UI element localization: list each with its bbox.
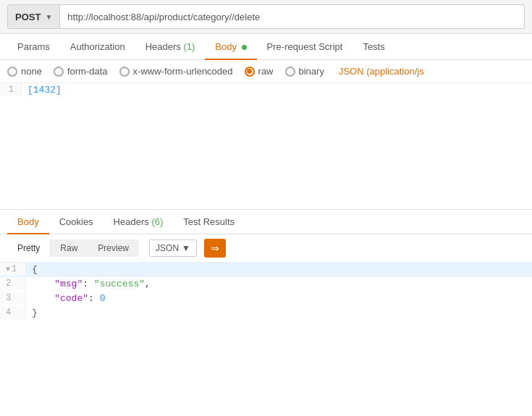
radio-raw[interactable]: raw (245, 66, 274, 77)
tab-params[interactable]: Params (7, 34, 60, 59)
tab-prerequest[interactable]: Pre-request Script (257, 34, 353, 59)
radio-urlencoded[interactable]: x-www-form-urlencoded (119, 66, 233, 77)
radio-binary-circle (285, 67, 295, 77)
radio-formdata[interactable]: form-data (54, 66, 108, 77)
json-select-label: JSON (156, 243, 179, 253)
json-select-chevron-icon: ▼ (182, 243, 190, 253)
wrap-icon: ⇒ (211, 242, 219, 254)
request-tabs-row: Params Authorization Headers (1) Body Pr… (0, 34, 532, 60)
resp-line-4: 4 } (0, 306, 532, 321)
format-pretty[interactable]: Pretty (7, 239, 50, 257)
tab-authorization[interactable]: Authorization (60, 34, 135, 59)
url-bar: POST ▼ (0, 0, 532, 34)
tab-tests[interactable]: Tests (352, 34, 394, 59)
format-raw[interactable]: Raw (50, 239, 88, 257)
format-preview[interactable]: Preview (88, 239, 139, 257)
resp-tab-body[interactable]: Body (7, 210, 49, 234)
radio-none-circle (7, 67, 17, 77)
resp-line-num-4: 4 (0, 306, 26, 319)
response-code-area[interactable]: ▼ 1 { 2 "msg": "success", 3 "code": 0 4 … (0, 263, 532, 321)
resp-line-num-3: 3 (0, 292, 26, 305)
radio-formdata-circle (54, 67, 64, 77)
request-line-1: 1 [1432] (0, 83, 532, 98)
method-chevron-icon: ▼ (45, 13, 52, 21)
resp-line-2: 2 "msg": "success", (0, 277, 532, 292)
response-toolbar: Pretty Raw Preview JSON ▼ ⇒ (0, 234, 532, 263)
radio-urlencoded-circle (119, 67, 130, 77)
resp-tab-headers[interactable]: Headers (6) (104, 210, 174, 234)
request-code-editor[interactable]: 1 [1432] (0, 83, 532, 210)
json-type-label: JSON (application/js (339, 66, 424, 77)
wrap-button[interactable]: ⇒ (204, 239, 226, 258)
resp-line-1: ▼ 1 { (0, 263, 532, 277)
url-input[interactable] (60, 4, 525, 29)
resp-headers-badge: (6) (151, 216, 163, 227)
radio-binary[interactable]: binary (285, 66, 324, 77)
body-options-row: none form-data x-www-form-urlencoded raw… (0, 60, 532, 83)
tab-body[interactable]: Body (205, 34, 256, 59)
json-format-select[interactable]: JSON ▼ (149, 239, 197, 257)
format-tabs: Pretty Raw Preview (7, 239, 139, 257)
body-dot-icon (242, 45, 247, 50)
line-content-1: [1432] (22, 83, 67, 97)
line-number-1: 1 (0, 83, 22, 96)
resp-tab-test-results[interactable]: Test Results (173, 210, 245, 234)
resp-line-3: 3 "code": 0 (0, 292, 532, 306)
radio-none[interactable]: none (7, 66, 42, 77)
headers-badge: (1) (183, 41, 195, 52)
resp-tab-cookies[interactable]: Cookies (49, 210, 104, 234)
radio-raw-circle (245, 67, 255, 77)
response-tabs-row: Body Cookies Headers (6) Test Results (0, 210, 532, 234)
resp-line-num-2: 2 (0, 277, 26, 290)
tab-headers[interactable]: Headers (1) (135, 34, 206, 59)
method-select[interactable]: POST ▼ (7, 4, 60, 29)
method-label: POST (15, 12, 41, 22)
resp-line-num-1: ▼ 1 (0, 263, 26, 276)
collapse-arrow-icon[interactable]: ▼ (6, 266, 10, 273)
